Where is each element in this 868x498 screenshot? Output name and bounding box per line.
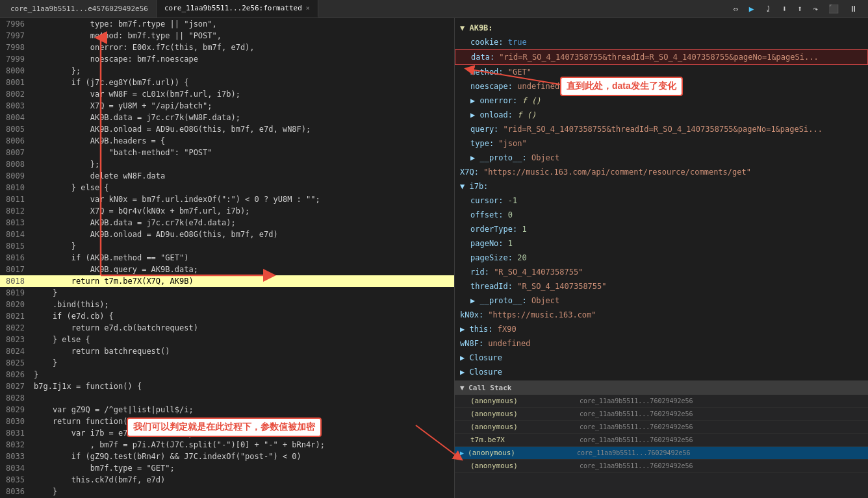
scope-item[interactable]: ▶ __proto__: Object — [455, 293, 868, 308]
scope-panel[interactable]: ▼ AK9B: cookie: truedata: "rid=R_SO_4_14… — [455, 18, 868, 381]
callstack-function-name: (anonymous) — [470, 423, 574, 431]
code-line: 8022 return e7d.cb(batchrequest) — [0, 322, 454, 334]
scope-key: cursor: — [470, 196, 508, 205]
callstack-function-name: t7m.be7X — [470, 436, 574, 444]
callstack-item[interactable]: ▶(anonymous)core_11aa9b5511...76029492e5… — [455, 447, 868, 460]
scope-value: "https://music.163.com/api/comment/resou… — [483, 168, 751, 177]
line-number: 8013 — [0, 217, 31, 229]
callstack-item[interactable]: t7m.be7Xcore_11aa9b5511...76029492e56 — [455, 434, 868, 447]
scope-key: noescape: — [470, 82, 517, 91]
toolbar: ⇔ ▶ ⤸ ⬇ ⬆ ↷ ⬛ ⏸ — [731, 3, 865, 15]
main-layout: 7996 type: bm7f.rtype || "json",7997 met… — [0, 18, 868, 498]
toolbar-stepinto-btn[interactable]: ⬇ — [780, 3, 790, 15]
line-number: 8036 — [0, 486, 31, 497]
line-content: AK9B.query = AK9B.data; — [31, 264, 454, 275]
scope-section-ak9b[interactable]: ▼ AK9B: — [455, 21, 868, 35]
scope-item: pageNo: 1 — [455, 236, 868, 251]
line-number: 7998 — [0, 42, 31, 53]
scope-key: ▶ onerror: — [470, 96, 522, 105]
line-number: 8005 — [0, 123, 31, 135]
callstack-item[interactable]: (anonymous)core_11aa9b5511...76029492e56 — [455, 421, 868, 434]
line-content: type: bm7f.rtype || "json", — [31, 18, 454, 30]
toolbar-deactivate-btn[interactable]: ⬛ — [826, 3, 841, 15]
scope-item[interactable]: ▶ this: fX90 — [455, 322, 868, 336]
line-number: 8018 — [0, 275, 31, 287]
line-content: var wN8F = cL01x(bm7f.url, i7b); — [31, 88, 454, 100]
line-content: } else { — [31, 182, 454, 193]
callstack-panel: ▼ Call Stack (anonymous)core_11aa9b5511.… — [455, 381, 868, 498]
code-line: 8035 this.ck7d(bm7f, e7d) — [0, 474, 454, 486]
toolbar-stepover-btn[interactable]: ⤸ — [762, 3, 774, 15]
line-content: if (e7d.cb) { — [31, 310, 454, 322]
code-line: 8005 AK9B.onload = AD9u.eO8G(this, bm7f,… — [0, 123, 454, 135]
toolbar-stepback-btn[interactable]: ↷ — [810, 3, 821, 15]
line-number: 8022 — [0, 322, 31, 334]
code-line: 7996 type: bm7f.rtype || "json", — [0, 18, 454, 30]
callstack-function-name: (anonymous) — [470, 462, 574, 470]
line-content: if (j7c.eg8Y(bm7f.url)) { — [31, 77, 454, 88]
tab-1[interactable]: core_11aa9b5511...e4576029492e56 — [3, 0, 157, 18]
scope-value: "R_SO_4_1407358755" — [517, 282, 606, 291]
tab-2[interactable]: core_11aa9b5511...2e56:formatted × — [157, 0, 318, 18]
code-line: 8016 if (AK9B.method == "GET") — [0, 252, 454, 264]
scope-item: cookie: true — [455, 35, 868, 49]
code-line: 8007 "batch-method": "POST" — [0, 147, 454, 158]
scope-item: X7Q: "https://music.163.com/api/comment/… — [455, 165, 868, 179]
code-scroll[interactable]: 7996 type: bm7f.rtype || "json",7997 met… — [0, 18, 454, 498]
code-line: 8019 } — [0, 287, 454, 299]
scope-value: "rid=R_SO_4_1407358755&threadId=R_SO_4_1… — [499, 53, 818, 62]
scope-item[interactable]: ▼ i7b: — [455, 179, 868, 193]
line-number: 8034 — [0, 462, 31, 474]
scope-item: cursor: -1 — [455, 193, 868, 208]
toolbar-stepout-btn[interactable]: ⬆ — [795, 3, 805, 15]
code-line: 8012 X7Q = bQr4v(kN0x + bm7f.url, i7b); — [0, 205, 454, 217]
scope-item: data: "rid=R_SO_4_1407358755&threadId=R_… — [455, 49, 868, 65]
scope-value: "rid=R_SO_4_1407358755&threadId=R_SO_4_1… — [504, 125, 823, 134]
callstack-item[interactable]: (anonymous)core_11aa9b5511...76029492e56 — [455, 460, 868, 473]
scope-value: 1 — [522, 225, 526, 234]
scope-item[interactable]: ▶ __proto__: Object — [455, 151, 868, 165]
scope-item: pageSize: 20 — [455, 251, 868, 265]
scope-value: f () — [517, 110, 536, 119]
toolbar-expand-btn[interactable]: ⇔ — [731, 3, 741, 15]
callstack-file-name: core_11aa9b5511...76029492e56 — [580, 462, 693, 469]
line-number: 8010 — [0, 182, 31, 193]
code-line: 8032 , bm7f = p7i.A7t(J7C.split("-")[0] … — [0, 439, 454, 451]
tab-1-label: core_11aa9b5511...e4576029492e56 — [10, 5, 148, 13]
callstack-header[interactable]: ▼ Call Stack — [455, 381, 868, 395]
scope-key: data: — [471, 53, 499, 62]
code-line: 8017 AK9B.query = AK9B.data; — [0, 264, 454, 275]
line-content: .bind(this); — [31, 299, 454, 310]
line-content: } — [31, 486, 454, 497]
scope-item[interactable]: ▶ Closure — [455, 365, 868, 379]
toolbar-pause-btn[interactable]: ⏸ — [847, 3, 860, 15]
code-line: 8031 var i7b = e7d.k1aA4(J7C.split("-")[… — [0, 427, 454, 439]
toolbar-resume-btn[interactable]: ▶ — [747, 3, 757, 15]
callstack-file-name: core_11aa9b5511...76029492e56 — [580, 397, 693, 405]
line-number: 8001 — [0, 77, 31, 88]
scope-item: threadId: "R_SO_4_1407358755" — [455, 279, 868, 293]
scope-item: type: "json" — [455, 136, 868, 151]
code-line: 8036 } — [0, 486, 454, 497]
scope-item[interactable]: ▶ Closure — [455, 351, 868, 365]
close-icon[interactable]: × — [306, 5, 310, 12]
code-line: 8004 AK9B.data = j7c.cr7k(wN8F.data); — [0, 112, 454, 123]
callstack-item[interactable]: (anonymous)core_11aa9b5511...76029492e56 — [455, 395, 868, 408]
scope-key: ▶ onload: — [470, 110, 517, 119]
line-content: if (AK9B.method == "GET") — [31, 252, 454, 264]
line-content: method: bm7f.type || "POST", — [31, 30, 454, 42]
code-line: 8023 } else { — [0, 334, 454, 345]
scope-value: 20 — [517, 253, 526, 262]
line-number: 8020 — [0, 299, 31, 310]
line-content: AK9B.onload = AD9u.eO8G(this, bm7f, e7d,… — [31, 123, 454, 135]
scope-key: query: — [470, 125, 504, 134]
scope-item: noescape: undefined — [455, 79, 868, 93]
line-content: } — [31, 357, 454, 369]
code-line: 8000 }; — [0, 65, 454, 77]
callstack-function-name: (anonymous) — [468, 449, 572, 457]
callstack-item[interactable]: (anonymous)core_11aa9b5511...76029492e56 — [455, 408, 868, 421]
line-number: 8027 — [0, 380, 31, 392]
code-line: 8001 if (j7c.eg8Y(bm7f.url)) { — [0, 77, 454, 88]
code-line: 8025 } — [0, 357, 454, 369]
callstack-function-name: (anonymous) — [470, 397, 574, 405]
